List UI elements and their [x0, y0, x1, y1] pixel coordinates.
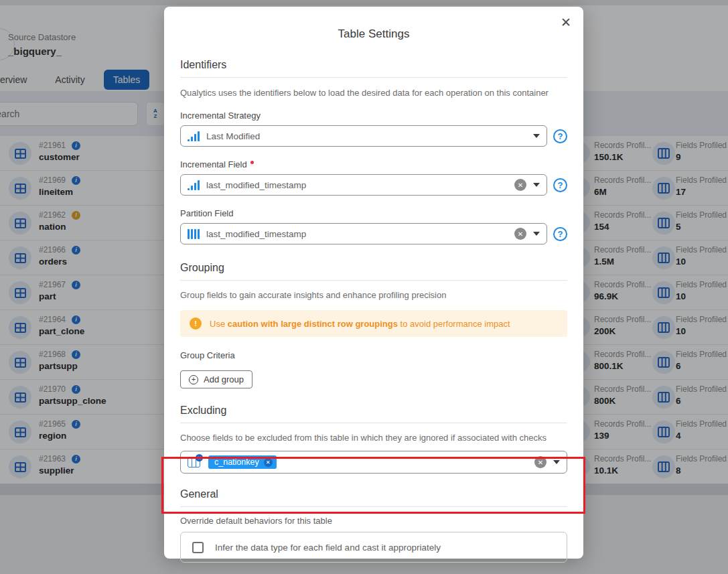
required-dot [250, 161, 254, 164]
incremental-field-value: last_modified_timestamp [206, 180, 509, 190]
general-heading: General [180, 488, 567, 500]
incremental-strategy-select[interactable]: Last Modified [180, 125, 547, 147]
infer-data-type-label: Infer the data type for each field and c… [215, 543, 441, 553]
help-icon[interactable]: ? [553, 227, 567, 241]
bar-chart-icon [188, 131, 200, 141]
chevron-down-icon [533, 134, 540, 138]
chevron-down-icon [553, 460, 560, 464]
chevron-down-icon [533, 232, 540, 236]
columns-icon: ✕ [188, 457, 200, 468]
incremental-field-label: Incremental Field [180, 159, 567, 169]
partition-field-select[interactable]: last_modified_timestamp ✕ [180, 223, 547, 244]
partition-field-value: last_modified_timestamp [206, 229, 509, 239]
group-criteria-label: Group Criteria [180, 350, 567, 360]
bar-chart-icon [188, 180, 200, 190]
grouping-heading: Grouping [180, 262, 567, 274]
modal-title: Table Settings [180, 27, 567, 41]
incremental-strategy-label: Incremental Strategy [180, 111, 567, 121]
excluded-fields-select[interactable]: ✕ c_nationkey ✕ ✕ [180, 451, 567, 474]
divider [180, 506, 567, 507]
table-settings-modal: ✕ Table Settings Identifiers Qualytics u… [164, 7, 583, 559]
clear-icon[interactable]: ✕ [514, 179, 526, 191]
help-icon[interactable]: ? [553, 178, 567, 192]
warning-icon: ! [190, 317, 202, 330]
grouping-warning-banner: ! Use caution with large distinct row gr… [180, 310, 567, 337]
divider [180, 77, 567, 78]
clear-icon[interactable]: ✕ [514, 228, 526, 240]
plus-circle-icon: + [189, 375, 198, 384]
badge-x-icon: ✕ [196, 454, 203, 461]
incremental-strategy-value: Last Modified [206, 131, 526, 141]
general-description: Override default behaviors for this tabl… [180, 516, 567, 526]
excluding-description: Choose fields to be excluded from this t… [180, 433, 567, 443]
excluded-field-chip[interactable]: c_nationkey ✕ [208, 455, 277, 469]
identifiers-description: Qualytics uses the identifiers below to … [180, 88, 567, 98]
help-icon[interactable]: ? [553, 129, 567, 143]
chip-remove-icon[interactable]: ✕ [264, 458, 273, 467]
grouping-description: Group fields to gain accurate insights a… [180, 290, 567, 300]
excluding-heading: Excluding [180, 405, 567, 417]
warning-text: Use caution with large distinct row grou… [210, 319, 510, 329]
divider [180, 280, 567, 281]
divider [180, 423, 567, 423]
clear-icon[interactable]: ✕ [534, 456, 547, 468]
incremental-field-select[interactable]: last_modified_timestamp ✕ [180, 174, 547, 196]
checkbox-unchecked-icon[interactable] [192, 542, 204, 553]
partition-field-label: Partition Field [180, 208, 567, 218]
infer-data-type-option[interactable]: Infer the data type for each field and c… [180, 532, 567, 563]
identifiers-heading: Identifiers [180, 59, 567, 71]
partition-bars-icon [188, 229, 200, 239]
close-icon[interactable]: ✕ [561, 16, 571, 29]
add-group-button[interactable]: + Add group [180, 370, 252, 388]
chevron-down-icon [533, 183, 540, 187]
